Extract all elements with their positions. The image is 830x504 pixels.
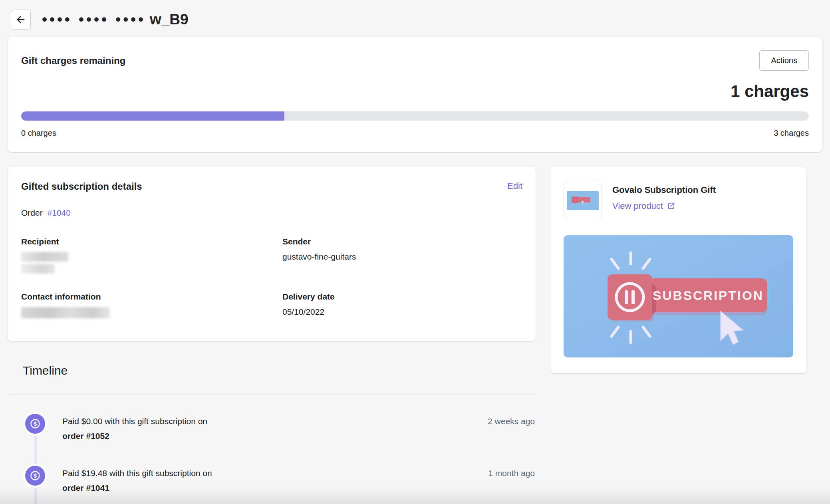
progress-fill xyxy=(21,111,284,121)
page-title: •••• •••• •••• w_B9 xyxy=(42,11,189,28)
timeline-event-text: Paid $0.00 with this gift subscription o… xyxy=(62,414,207,443)
sender-value: gustavo-fine-guitars xyxy=(282,252,522,262)
sender-field: Sender gustavo-fine-guitars xyxy=(282,237,522,274)
charges-card-title: Gift charges remaining xyxy=(21,50,125,66)
timeline-event: $ Paid $0.00 with this gift subscription… xyxy=(25,414,536,443)
dollar-circle-icon: $ xyxy=(25,466,45,486)
order-line: Order #1040 xyxy=(21,208,522,218)
timeline-event-date: 2 weeks ago xyxy=(488,414,536,429)
charges-progress-track xyxy=(21,111,809,121)
recipient-field: Recipient xyxy=(21,237,282,274)
recipient-label: Recipient xyxy=(21,237,282,246)
timeline-event-text: Paid $19.48 with this gift subscription … xyxy=(62,466,212,495)
svg-text:$: $ xyxy=(34,472,37,479)
view-product-label: View product xyxy=(612,201,663,211)
product-card: Govalo Subscription Gift View product xyxy=(550,167,806,373)
page: •••• •••• •••• w_B9 Gift charges remaini… xyxy=(0,0,830,504)
svg-text:SUBSCRIPTION: SUBSCRIPTION xyxy=(653,288,764,303)
timeline-event-date: 1 month ago xyxy=(488,466,536,480)
gift-charges-card: Gift charges remaining Actions 1 charges… xyxy=(8,37,822,152)
charges-remaining-value: 1 charges xyxy=(21,82,809,101)
timeline-event-line1: Paid $0.00 with this gift subscription o… xyxy=(62,414,207,429)
progress-min-label: 0 charges xyxy=(21,129,56,138)
gift-code-suffix: w_B9 xyxy=(150,11,189,28)
product-thumbnail xyxy=(564,181,602,219)
gifted-subscription-details-card: Gifted subscription details Edit Order #… xyxy=(8,167,536,341)
product-title: Govalo Subscription Gift xyxy=(612,181,716,195)
edit-link[interactable]: Edit xyxy=(507,181,522,191)
back-button[interactable] xyxy=(11,10,31,30)
recipient-redacted-value xyxy=(21,252,68,262)
external-link-icon xyxy=(667,202,675,210)
timeline-event-order: order #1052 xyxy=(62,429,207,443)
thumbnail-image xyxy=(567,191,599,210)
progress-max-label: 3 charges xyxy=(774,129,809,138)
delivery-date-value: 05/10/2022 xyxy=(282,307,522,317)
timeline-title: Timeline xyxy=(23,364,536,377)
recipient-redacted-value-2 xyxy=(21,264,55,274)
contact-redacted-value xyxy=(21,307,110,318)
product-banner-image: SUBSCRIPTION xyxy=(564,235,793,357)
order-number-link[interactable]: #1040 xyxy=(48,208,71,217)
timeline-event-order: order #1041 xyxy=(62,480,212,495)
view-product-link[interactable]: View product xyxy=(612,201,675,211)
masked-card-digits: •••• •••• •••• xyxy=(42,11,146,28)
timeline-section: Timeline $ Paid $0.00 with this gift sub… xyxy=(8,364,536,495)
timeline-event-line1: Paid $19.48 with this gift subscription … xyxy=(62,466,212,480)
order-label: Order xyxy=(21,208,43,217)
delivery-date-field: Delivery date 05/10/2022 xyxy=(282,292,522,318)
timeline-event: $ Paid $19.48 with this gift subscriptio… xyxy=(25,466,536,495)
contact-information-label: Contact information xyxy=(21,292,282,302)
delivery-date-label: Delivery date xyxy=(282,292,522,302)
svg-text:$: $ xyxy=(34,421,37,427)
details-card-title: Gifted subscription details xyxy=(21,181,142,192)
dollar-circle-icon: $ xyxy=(25,414,45,434)
actions-button[interactable]: Actions xyxy=(759,50,809,71)
arrow-left-icon xyxy=(15,14,26,25)
sender-label: Sender xyxy=(282,237,522,246)
page-header: •••• •••• •••• w_B9 xyxy=(0,0,830,37)
contact-information-field: Contact information xyxy=(21,292,282,318)
